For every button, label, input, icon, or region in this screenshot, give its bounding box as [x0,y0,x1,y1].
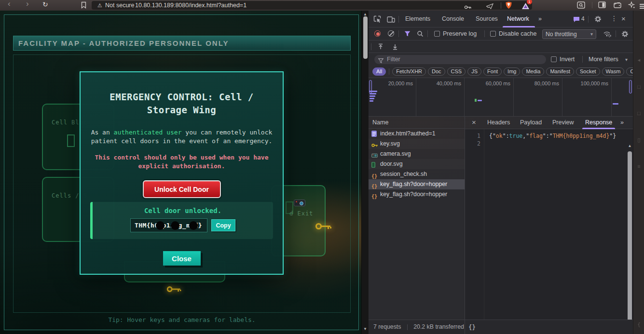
range-handle-right[interactable] [629,80,632,94]
tab-preview[interactable]: Preview [552,119,574,126]
request-row[interactable]: {}session_check.sh [369,169,465,179]
request-row[interactable]: door.svg [369,159,465,169]
request-row[interactable]: key.svg [369,139,465,149]
flag-value-field[interactable]: THM{h0pp1ing_m4d} [130,218,207,232]
reload-icon[interactable]: ↻ [42,0,48,8]
tab-network[interactable]: Network [507,15,529,22]
inspect-element-icon[interactable] [373,15,381,25]
network-conditions-icon[interactable] [603,31,612,39]
invert-label[interactable]: Invert [560,56,575,63]
request-row[interactable]: {}key_flag.sh?door=hopper [369,189,465,200]
throttling-dropdown[interactable]: No throttling▾ [542,29,596,39]
sidebar-bookmarks-icon[interactable]: □ [633,84,644,90]
key-icon[interactable] [315,223,333,232]
redaction-dot [189,221,198,230]
filter-funnel-icon[interactable] [404,31,411,38]
filter-chip-font[interactable]: Font [483,67,502,76]
forward-icon[interactable]: › [26,0,29,9]
request-row[interactable]: {}key_flag.sh?door=hopper [369,179,465,189]
tab-elements[interactable]: Elements [405,15,430,22]
saved-passwords-key-icon[interactable] [464,3,472,12]
request-row[interactable]: index.html?authed=1 [369,129,465,139]
filter-chip-fetch-xhr[interactable]: Fetch/XHR [392,67,426,76]
devtools-settings-gear-icon[interactable] [594,15,602,24]
preserve-log-label[interactable]: Preserve log [443,30,477,37]
more-detail-tabs-icon[interactable]: » [620,119,624,126]
url-text[interactable]: 10.80.130.189:8080/index.html?authed=1 [135,1,247,9]
tab-payload[interactable]: Payload [520,119,542,126]
scroll-up-icon[interactable]: ▲ [362,12,369,16]
tab-sources[interactable]: Sources [476,15,498,22]
response-scrollbar[interactable]: ▲ ▼ [627,143,633,332]
filter-chip-wasm[interactable]: Wasm [602,67,625,76]
scrollbar-thumb[interactable] [628,151,632,325]
filter-chip-media[interactable]: Media [522,67,544,76]
clear-network-log-icon[interactable] [388,30,394,37]
share-plane-icon[interactable] [486,2,493,11]
devtools-close-icon[interactable]: × [621,14,626,23]
filter-chip-socket[interactable]: Socket [576,67,600,76]
scroll-down-icon[interactable]: ▼ [362,327,369,331]
page-scrollbar[interactable]: ▲ ▼ [361,11,368,334]
timeline-tick-label: 40,000 ms [420,80,461,86]
sidebar-phone-icon[interactable]: ▯ [633,137,644,143]
network-settings-gear-icon[interactable] [621,30,629,39]
disable-cache-label[interactable]: Disable cache [499,30,537,37]
filter-chip-doc[interactable]: Doc [428,67,445,76]
copy-flag-button[interactable]: Copy [211,219,235,231]
back-icon[interactable]: ‹ [8,0,11,9]
door-icon[interactable] [67,134,75,147]
sidebar-toggle-icon[interactable] [598,1,606,10]
tab-headers[interactable]: Headers [487,119,510,126]
close-modal-button[interactable]: Close [163,251,201,266]
bookmark-icon[interactable] [81,1,86,11]
waterfall-bar [613,103,618,105]
wallet-icon[interactable] [614,1,621,10]
filter-chip-all[interactable]: All [372,67,386,76]
devtools-tabbar: Elements Console Sources Network » 4 ⋮ × [369,11,633,27]
device-toolbar-icon[interactable] [387,16,395,24]
scroll-up-icon[interactable]: ▲ [627,144,633,148]
sidebar-braces-icon[interactable]: { [633,321,644,328]
export-har-icon[interactable] [392,43,398,52]
disable-cache-checkbox[interactable] [490,31,496,37]
menu-hamburger-icon[interactable] [640,3,644,10]
leo-ai-sparkle-icon[interactable] [628,1,635,11]
tab-console[interactable]: Console [442,15,464,22]
filter-chip-css[interactable]: CSS [447,67,466,76]
network-overview-timeline[interactable]: 20,000 ms40,000 ms60,000 ms80,000 ms100,… [369,78,633,117]
scrollbar-thumb[interactable] [363,16,368,59]
security-label[interactable]: Not secure [105,1,134,9]
sidebar-collapse-icon[interactable]: ◂ [633,57,644,63]
preserve-log-checkbox[interactable] [434,31,440,37]
request-row[interactable]: camera.svg [369,149,465,159]
devtools-menu-icon[interactable]: ⋮ [611,14,617,22]
camera-icon[interactable] [294,200,305,206]
unlock-cell-door-button[interactable]: Unlock Cell Door [143,180,221,198]
sidebar-wallet-icon[interactable]: □ [633,110,644,116]
import-har-icon[interactable] [377,43,384,52]
more-tabs-icon[interactable]: » [538,15,542,22]
line-number: 1 [465,132,484,140]
filter-chip-img[interactable]: Img [504,67,520,76]
more-filters-label[interactable]: More filters [589,56,618,63]
response-source-view[interactable]: 1 2 {"ok":true,"flag":"THM{h0pp1ing_m4d}… [465,129,633,320]
filter-chip-js[interactable]: JS [467,67,481,76]
filter-chip-manifest[interactable]: Manifest [546,67,574,76]
key-icon[interactable] [166,286,183,294]
name-column-header[interactable]: Name [369,117,465,129]
sidebar-list-icon[interactable]: ≡ [633,163,644,169]
format-pretty-print-icon[interactable]: {} [468,320,476,334]
close-detail-icon[interactable]: × [472,118,476,126]
devtools-panel: Elements Console Sources Network » 4 ⋮ ×… [368,11,633,334]
tab-response[interactable]: Response [585,119,612,126]
search-page-icon[interactable] [577,1,585,11]
address-bar[interactable]: ⚠ Not secure 10.80.130.189:8080/index.ht… [92,1,532,10]
search-network-icon[interactable] [417,30,424,39]
door-image-icon [371,161,378,167]
invert-checkbox[interactable] [551,56,557,62]
console-messages-icon[interactable] [573,16,580,24]
record-network-log-icon[interactable] [374,30,381,37]
brave-shield-icon[interactable] [506,1,512,11]
filter-input[interactable]: Filter [374,55,546,64]
